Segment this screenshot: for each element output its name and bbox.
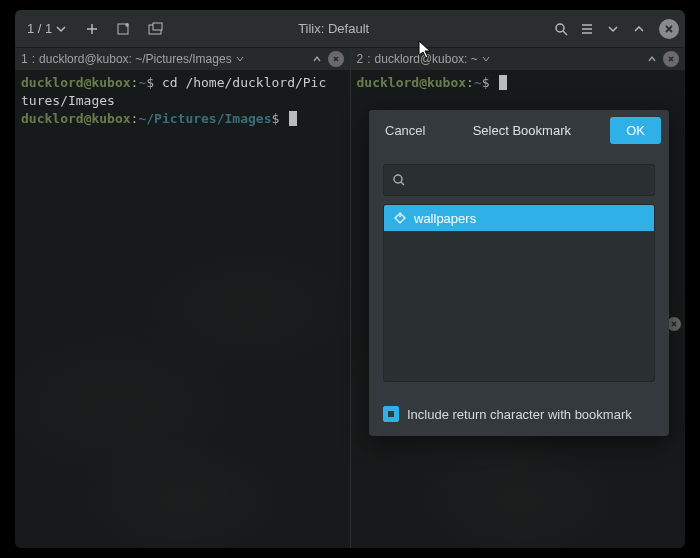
left-terminal[interactable]: ducklord@kubox:~$ cd /home/ducklord/Pic … bbox=[15, 70, 350, 548]
include-return-checkbox[interactable] bbox=[383, 406, 399, 422]
svg-point-5 bbox=[399, 215, 401, 217]
session-count: 1 / 1 bbox=[27, 21, 52, 36]
close-window-button[interactable] bbox=[659, 19, 679, 39]
prompt-dollar: $ bbox=[146, 75, 154, 90]
dialog-footer: Include return character with bookmark bbox=[369, 396, 669, 436]
prompt-path: ~/Pictures/Images bbox=[138, 111, 271, 126]
bookmark-label: wallpapers bbox=[414, 211, 476, 226]
dialog-body: wallpapers bbox=[369, 150, 669, 396]
hamburger-icon bbox=[580, 22, 594, 36]
prompt-user: ducklord bbox=[357, 75, 420, 90]
chevron-up-icon[interactable] bbox=[312, 54, 322, 64]
bookmark-search[interactable] bbox=[383, 164, 655, 196]
headerbar-left: 1 / 1 bbox=[21, 17, 168, 41]
tag-icon bbox=[394, 212, 406, 224]
split-icon bbox=[148, 22, 164, 36]
headerbar: 1 / 1 Tilix: Default bbox=[15, 10, 685, 48]
prompt-sep: : bbox=[466, 75, 474, 90]
maximize-button[interactable] bbox=[627, 17, 651, 41]
search-button[interactable] bbox=[549, 17, 573, 41]
left-tab[interactable]: 1: ducklord@kubox: ~/Pictures/Images bbox=[21, 52, 306, 66]
cursor bbox=[499, 75, 507, 90]
bookmark-list: wallpapers bbox=[383, 204, 655, 382]
cancel-button[interactable]: Cancel bbox=[377, 117, 433, 144]
left-pane-tabbar: 1: ducklord@kubox: ~/Pictures/Images bbox=[15, 48, 350, 70]
minimize-button[interactable] bbox=[601, 17, 625, 41]
svg-point-3 bbox=[556, 24, 564, 32]
headerbar-right bbox=[549, 17, 679, 41]
bookmark-search-input[interactable] bbox=[414, 173, 646, 188]
prompt-host: kubox bbox=[91, 75, 130, 90]
command-text: tures/Images bbox=[21, 93, 115, 108]
prompt-user: ducklord bbox=[21, 111, 84, 126]
chevron-up-icon[interactable] bbox=[647, 54, 657, 64]
new-tab-icon bbox=[117, 22, 131, 36]
tab-title-text: ducklord@kubox: ~ bbox=[375, 52, 478, 66]
left-tab-close[interactable] bbox=[328, 51, 344, 67]
cursor bbox=[289, 111, 297, 126]
tab-title-text: ducklord@kubox: ~/Pictures/Images bbox=[39, 52, 232, 66]
right-pane-tabbar: 2: ducklord@kubox: ~ bbox=[351, 48, 686, 70]
right-tab-close[interactable] bbox=[663, 51, 679, 67]
chevron-down-icon bbox=[236, 55, 244, 63]
prompt-host: kubox bbox=[91, 111, 130, 126]
pane-left: 1: ducklord@kubox: ~/Pictures/Images duc… bbox=[15, 48, 351, 548]
svg-point-4 bbox=[394, 175, 402, 183]
svg-rect-2 bbox=[153, 23, 162, 30]
tab-index: 2 bbox=[357, 52, 364, 66]
prompt-path: ~ bbox=[474, 75, 482, 90]
prompt-dollar: $ bbox=[482, 75, 490, 90]
plus-icon bbox=[85, 22, 99, 36]
chevron-down-icon bbox=[56, 24, 66, 34]
search-icon bbox=[392, 173, 406, 187]
maximize-icon bbox=[633, 23, 645, 35]
dialog-title: Select Bookmark bbox=[441, 123, 602, 138]
search-icon bbox=[554, 22, 568, 36]
prompt-dollar: $ bbox=[271, 111, 279, 126]
ok-button[interactable]: OK bbox=[610, 117, 661, 144]
prompt-at: @ bbox=[419, 75, 427, 90]
window-title: Tilix: Default bbox=[172, 21, 545, 36]
include-return-label: Include return character with bookmark bbox=[407, 407, 632, 422]
session-switcher[interactable]: 1 / 1 bbox=[21, 21, 72, 36]
close-icon bbox=[667, 55, 675, 63]
bookmark-item[interactable]: wallpapers bbox=[384, 205, 654, 231]
layout-button[interactable] bbox=[144, 17, 168, 41]
new-session-button[interactable] bbox=[112, 17, 136, 41]
chevron-down-icon bbox=[482, 55, 490, 63]
minimize-icon bbox=[607, 23, 619, 35]
pane-close-button[interactable] bbox=[667, 317, 681, 331]
close-icon bbox=[670, 320, 678, 328]
tab-index: 1 bbox=[21, 52, 28, 66]
dialog-header: Cancel Select Bookmark OK bbox=[369, 110, 669, 150]
close-icon bbox=[664, 24, 674, 34]
close-icon bbox=[332, 55, 340, 63]
prompt-host: kubox bbox=[427, 75, 466, 90]
right-tab[interactable]: 2: ducklord@kubox: ~ bbox=[357, 52, 642, 66]
command-text: cd /home/ducklord/Pic bbox=[162, 75, 326, 90]
select-bookmark-dialog: Cancel Select Bookmark OK wallpapers Inc… bbox=[369, 110, 669, 436]
menu-button[interactable] bbox=[575, 17, 599, 41]
prompt-user: ducklord bbox=[21, 75, 84, 90]
add-terminal-button[interactable] bbox=[80, 17, 104, 41]
